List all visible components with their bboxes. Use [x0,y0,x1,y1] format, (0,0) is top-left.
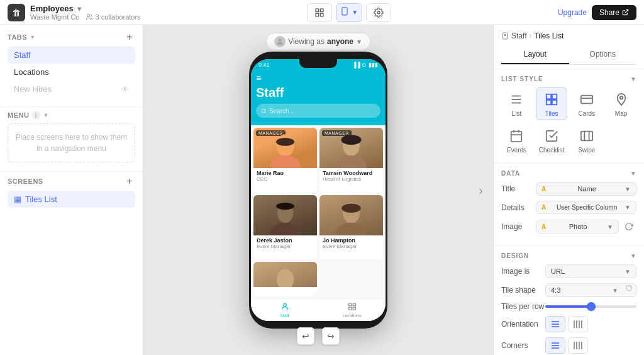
canvas-arrow-right[interactable]: › [479,183,483,198]
svg-rect-4 [321,13,324,16]
tile-shape-select[interactable]: 4:3 ▼ [545,283,636,297]
card-info-derek: Derek Jaston Event Manager [253,235,317,251]
image-select[interactable]: A Photo ▼ [536,220,619,234]
tiles-per-row-slider[interactable] [545,305,636,308]
chevron-down-icon: ▼ [352,9,358,16]
phone-search[interactable]: Search... [256,104,380,118]
card-info-jo: Jo Hampton Event Manager [319,235,383,251]
orientation-list-btn[interactable] [545,316,565,332]
corners-label: Corners [501,341,545,350]
app-name: Employees [30,4,74,13]
top-bar-center: ▼ [146,3,553,22]
viewing-bar[interactable]: Viewing as anyone ▼ [266,33,370,50]
tabs-section: TABS ▼ + Staff Locations New Hires 👁 [0,31,143,103]
app-title-group: Employees ▼ Waste Mgmt Co 3 collaborator… [30,4,141,21]
list-style-header[interactable]: LIST STYLE ▼ [501,76,636,82]
touch-icon [624,284,634,296]
data-section-header[interactable]: DATA ▼ [501,170,636,177]
screens-label: SCREENS [8,178,43,185]
title-select[interactable]: A Name ▼ [536,182,636,196]
phone-card-5[interactable] [253,262,317,296]
svg-rect-26 [348,303,351,306]
phone-card-derek[interactable]: Derek Jaston Event Manager [253,195,317,260]
map-icon [611,91,631,108]
svg-point-10 [262,109,265,113]
style-swipe[interactable]: Swipe [571,124,602,157]
tiles-per-row-control[interactable] [545,305,636,308]
sidebar-item-staff[interactable]: Staff [8,47,135,64]
svg-point-9 [279,38,282,42]
nav-staff[interactable]: Staff [251,299,318,321]
breadcrumb-parent[interactable]: Staff [511,31,526,40]
phone-icon [340,7,349,18]
phone-card-marie[interactable]: MANAGER Marie Rao CEO [253,128,317,193]
svg-point-17 [341,135,362,145]
svg-rect-38 [547,100,551,104]
share-button[interactable]: Share [592,5,636,20]
anyone-chevron: ▼ [356,38,362,45]
image-is-label: Image is [501,267,545,276]
style-list[interactable]: List [501,87,532,120]
style-checklist[interactable]: Checklist [536,124,568,157]
style-swipe-label: Swipe [578,147,595,154]
design-section-header[interactable]: DESIGN ▼ [501,252,636,259]
corners-grid-btn[interactable] [568,337,588,354]
table-view-btn[interactable] [307,3,332,22]
details-chevron: ▼ [625,204,631,211]
breadcrumb-current: Tiles List [534,31,564,40]
undo-button[interactable]: ↩ [297,327,314,345]
svg-point-16 [336,155,367,168]
style-map[interactable]: Map [606,87,636,120]
card-image-derek [253,195,317,235]
svg-rect-28 [348,307,351,310]
add-tab-button[interactable]: + [124,31,135,43]
phone-view-btn[interactable]: ▼ [336,3,362,22]
image-refresh-button[interactable] [621,219,636,234]
data-details-control: A User Specific Column ▼ [536,201,636,214]
card-image-jo [319,195,383,235]
add-screen-button[interactable]: + [124,176,135,187]
menu-label: MENU i ▼ [8,111,49,120]
redo-button[interactable]: ↪ [322,327,340,345]
hamburger-icon: ≡ [256,73,380,83]
settings-btn[interactable] [366,3,391,22]
phone-card-jo[interactable]: Jo Hampton Event Manager [319,195,383,260]
svg-line-8 [625,9,628,13]
phone-screen: 9:41 ▐▐ ⊙ ▮▮▮ ≡ Staff Search... [251,59,386,321]
nav-locations[interactable]: Locations [318,299,386,321]
sidebar-item-new-hires[interactable]: New Hires 👁 [8,81,135,98]
details-select[interactable]: A User Specific Column ▼ [536,201,636,214]
title-a-icon: A [541,186,546,193]
phone-header: ≡ Staff Search... [251,70,386,125]
visibility-icon: 👁 [121,85,129,94]
tile-shape-label: Tile shape [501,286,545,295]
orientation-grid-btn[interactable] [568,316,588,332]
right-panel: Staff › Tiles List Layout Options LIST S… [493,25,644,355]
tile-shape-row: Tile shape 4:3 ▼ [501,283,636,297]
phone-card-tamsin[interactable]: MANAGER Tamsin Woodward Head of Logistic… [319,128,383,193]
panel-tabs: Layout Options [501,45,636,65]
style-tiles[interactable]: Tiles [536,87,568,120]
data-title-row: Title A Name ▼ [501,182,636,196]
corners-list-btn[interactable] [545,337,565,354]
image-a-icon: A [541,223,546,230]
sidebar-item-tiles-list[interactable]: ▦ Tiles List [8,191,135,208]
tabs-section-header: TABS ▼ + [8,31,135,43]
svg-rect-43 [511,132,522,142]
tab-layout[interactable]: Layout [501,45,569,64]
image-is-select[interactable]: URL ▼ [545,264,636,278]
style-cards[interactable]: Cards [571,87,602,120]
sidebar-item-locations[interactable]: Locations [8,64,135,81]
image-is-chevron: ▼ [625,268,631,275]
image-is-row: Image is URL ▼ [501,264,636,278]
style-events[interactable]: Events [501,124,532,157]
corners-toggle-group [545,337,636,354]
list-style-chevron: ▼ [630,76,636,82]
title-chevron: ▼ [625,186,631,193]
tab-options[interactable]: Options [569,45,637,64]
list-style-title: LIST STYLE [501,76,543,82]
upgrade-button[interactable]: Upgrade [558,8,587,17]
slider-thumb[interactable] [587,302,596,311]
svg-point-23 [341,203,360,212]
svg-rect-3 [316,13,319,16]
